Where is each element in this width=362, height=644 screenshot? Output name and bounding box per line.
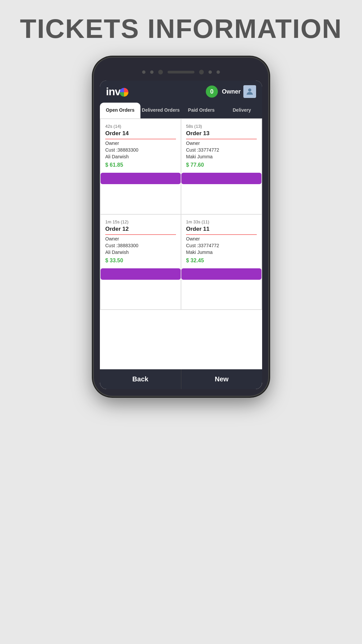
order-customer: Cust :33774772	[186, 147, 257, 153]
order-owner: Owner	[186, 141, 257, 146]
order-card-12[interactable]: 1m 15s (12) Order 12 Owner Cust :3888330…	[101, 215, 181, 310]
phone-dot-center-right	[208, 70, 212, 74]
tab-delivery[interactable]: Delivery	[222, 103, 262, 118]
phone-dot-left	[142, 70, 145, 74]
order-action-button[interactable]	[101, 268, 181, 280]
order-action-button[interactable]	[181, 173, 261, 184]
owner-label: Owner	[222, 88, 241, 95]
order-owner: Owner	[105, 141, 176, 146]
order-card-13[interactable]: 58s (13) Order 13 Owner Cust :33774772 M…	[181, 119, 261, 214]
order-person: Maki Jumma	[186, 154, 257, 159]
phone-dot-right	[217, 70, 220, 74]
tab-open-orders[interactable]: Open Orders	[100, 103, 140, 118]
avatar	[243, 85, 256, 98]
phone-camera	[158, 70, 163, 74]
order-amount: $ 33.50	[105, 258, 176, 264]
page-title: TICKETS INFORMATION	[20, 13, 342, 44]
app-logo: inv	[106, 86, 128, 98]
tab-delivered-orders[interactable]: Delivered Orders	[140, 103, 181, 118]
order-card-14[interactable]: 42s (14) Order 14 Owner Cust :38883300 A…	[101, 119, 181, 214]
phone-shell: inv 0 Owner Open Orders	[94, 58, 268, 396]
phone-speaker	[168, 71, 194, 73]
order-action-button[interactable]	[101, 173, 181, 184]
order-person: Ali Darwish	[105, 154, 176, 159]
order-owner: Owner	[105, 236, 176, 241]
order-card-11[interactable]: 1m 33s (11) Order 11 Owner Cust :3377477…	[181, 215, 261, 310]
phone-camera-right	[199, 70, 204, 74]
order-name: Order 12	[105, 226, 176, 235]
phone-top-bar	[100, 68, 262, 76]
app-header: inv 0 Owner	[100, 80, 262, 103]
orders-grid: 42s (14) Order 14 Owner Cust :38883300 A…	[100, 118, 262, 310]
order-amount: $ 77.60	[186, 162, 257, 168]
order-owner: Owner	[186, 236, 257, 241]
order-action-button[interactable]	[181, 268, 261, 280]
order-customer: Cust :38883300	[105, 147, 176, 153]
tab-paid-orders[interactable]: Paid Orders	[181, 103, 222, 118]
order-time: 42s (14)	[105, 124, 176, 129]
order-amount: $ 32.45	[186, 258, 257, 264]
back-button[interactable]: Back	[100, 369, 181, 389]
phone-screen: inv 0 Owner Open Orders	[100, 80, 262, 389]
content-spacer	[100, 310, 262, 369]
notification-badge[interactable]: 0	[206, 86, 218, 98]
order-time: 1m 15s (12)	[105, 219, 176, 224]
bottom-nav: Back New	[100, 369, 262, 389]
order-customer: Cust :33774772	[186, 243, 257, 248]
order-time: 1m 33s (11)	[186, 219, 257, 224]
order-name: Order 11	[186, 226, 257, 235]
order-time: 58s (13)	[186, 124, 257, 129]
svg-point-0	[248, 89, 251, 92]
order-customer: Cust :38883300	[105, 243, 176, 248]
owner-section: Owner	[222, 85, 256, 98]
order-name: Order 13	[186, 130, 257, 139]
order-amount: $ 61.85	[105, 162, 176, 168]
new-button[interactable]: New	[181, 369, 262, 389]
order-person: Maki Jumma	[186, 250, 257, 255]
order-name: Order 14	[105, 130, 176, 139]
logo-circle-icon	[120, 88, 128, 97]
tabs-container: Open Orders Delivered Orders Paid Orders…	[100, 103, 262, 118]
phone-dot-center-left	[150, 70, 154, 74]
phone-wrapper: inv 0 Owner Open Orders	[94, 58, 268, 427]
order-person: Ali Darwish	[105, 250, 176, 255]
